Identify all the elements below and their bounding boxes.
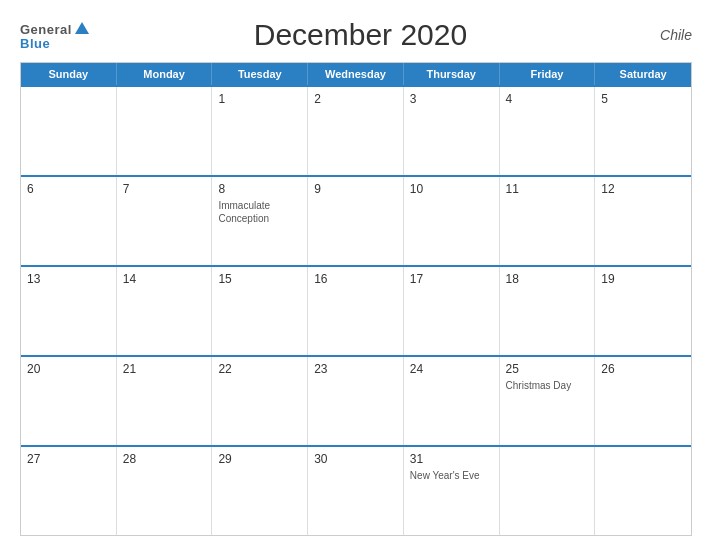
calendar-header: SundayMondayTuesdayWednesdayThursdayFrid… (21, 63, 691, 85)
day-number: 31 (410, 452, 493, 466)
calendar-cell: 5 (595, 87, 691, 175)
day-number: 12 (601, 182, 685, 196)
day-number: 26 (601, 362, 685, 376)
calendar-cell: 18 (500, 267, 596, 355)
calendar-cell: 15 (212, 267, 308, 355)
logo-general: General (20, 21, 89, 37)
calendar-cell: 4 (500, 87, 596, 175)
day-number: 23 (314, 362, 397, 376)
calendar-cell: 31New Year's Eve (404, 447, 500, 535)
calendar-cell: 9 (308, 177, 404, 265)
calendar-cell: 26 (595, 357, 691, 445)
calendar-week-5: 2728293031New Year's Eve (21, 445, 691, 535)
calendar-header-sunday: Sunday (21, 63, 117, 85)
calendar-cell: 28 (117, 447, 213, 535)
day-number: 8 (218, 182, 301, 196)
day-number: 13 (27, 272, 110, 286)
day-event: New Year's Eve (410, 469, 493, 482)
day-number: 5 (601, 92, 685, 106)
day-number: 25 (506, 362, 589, 376)
day-number: 3 (410, 92, 493, 106)
day-number: 6 (27, 182, 110, 196)
day-number: 7 (123, 182, 206, 196)
calendar-cell: 10 (404, 177, 500, 265)
calendar-cell (21, 87, 117, 175)
day-number: 24 (410, 362, 493, 376)
calendar-header-wednesday: Wednesday (308, 63, 404, 85)
page: General Blue December 2020 Chile SundayM… (0, 0, 712, 550)
calendar-week-3: 13141516171819 (21, 265, 691, 355)
day-event: Immaculate Conception (218, 199, 301, 225)
calendar-cell: 13 (21, 267, 117, 355)
country-label: Chile (632, 27, 692, 43)
calendar-cell: 3 (404, 87, 500, 175)
calendar-cell: 8Immaculate Conception (212, 177, 308, 265)
calendar-cell: 1 (212, 87, 308, 175)
calendar-cell: 27 (21, 447, 117, 535)
calendar-cell: 30 (308, 447, 404, 535)
calendar-header-monday: Monday (117, 63, 213, 85)
calendar-cell: 17 (404, 267, 500, 355)
day-number: 28 (123, 452, 206, 466)
calendar-cell: 24 (404, 357, 500, 445)
day-number: 17 (410, 272, 493, 286)
day-number: 16 (314, 272, 397, 286)
calendar-week-2: 678Immaculate Conception9101112 (21, 175, 691, 265)
day-number: 18 (506, 272, 589, 286)
calendar-cell: 7 (117, 177, 213, 265)
calendar-cell: 2 (308, 87, 404, 175)
calendar-week-1: 12345 (21, 85, 691, 175)
logo: General Blue (20, 21, 89, 50)
day-number: 29 (218, 452, 301, 466)
logo-blue-text: Blue (20, 37, 50, 50)
calendar-cell (500, 447, 596, 535)
calendar-header-friday: Friday (500, 63, 596, 85)
calendar-cell: 25Christmas Day (500, 357, 596, 445)
day-number: 19 (601, 272, 685, 286)
calendar-cell: 20 (21, 357, 117, 445)
calendar-cell: 22 (212, 357, 308, 445)
calendar-cell: 29 (212, 447, 308, 535)
day-event: Christmas Day (506, 379, 589, 392)
header: General Blue December 2020 Chile (20, 18, 692, 52)
calendar-cell: 12 (595, 177, 691, 265)
calendar-cell: 23 (308, 357, 404, 445)
day-number: 27 (27, 452, 110, 466)
calendar-header-tuesday: Tuesday (212, 63, 308, 85)
calendar-cell: 11 (500, 177, 596, 265)
day-number: 2 (314, 92, 397, 106)
calendar-cell: 14 (117, 267, 213, 355)
day-number: 10 (410, 182, 493, 196)
day-number: 11 (506, 182, 589, 196)
day-number: 15 (218, 272, 301, 286)
calendar-cell: 21 (117, 357, 213, 445)
day-number: 4 (506, 92, 589, 106)
day-number: 21 (123, 362, 206, 376)
calendar-header-thursday: Thursday (404, 63, 500, 85)
calendar-cell: 16 (308, 267, 404, 355)
day-number: 14 (123, 272, 206, 286)
day-number: 1 (218, 92, 301, 106)
calendar-week-4: 202122232425Christmas Day26 (21, 355, 691, 445)
page-title: December 2020 (89, 18, 632, 52)
day-number: 9 (314, 182, 397, 196)
calendar-cell (117, 87, 213, 175)
day-number: 20 (27, 362, 110, 376)
day-number: 22 (218, 362, 301, 376)
calendar-cell (595, 447, 691, 535)
calendar-body: 12345678Immaculate Conception91011121314… (21, 85, 691, 535)
logo-triangle-icon (75, 22, 89, 34)
day-number: 30 (314, 452, 397, 466)
calendar-cell: 19 (595, 267, 691, 355)
calendar-cell: 6 (21, 177, 117, 265)
calendar: SundayMondayTuesdayWednesdayThursdayFrid… (20, 62, 692, 536)
calendar-header-saturday: Saturday (595, 63, 691, 85)
